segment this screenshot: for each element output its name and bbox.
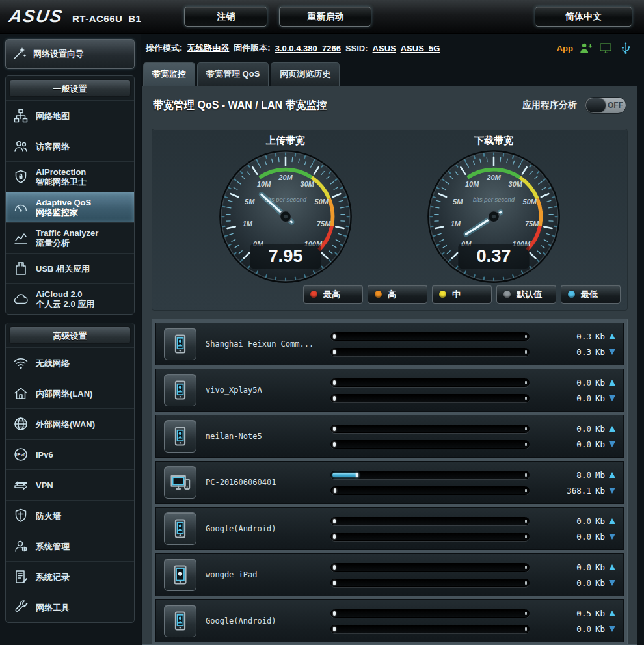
upload-value: 0.0Kb: [539, 424, 615, 434]
legend: 最高高中默认值最低: [159, 285, 621, 304]
sidebar-item-label: USB 相关应用: [36, 264, 90, 274]
gauge-upload: 上传带宽0M1M5M10M20M30M50M75M100Mbits per se…: [204, 132, 368, 283]
sidebar-item-firewall[interactable]: 防火墙: [6, 500, 134, 531]
app-analysis-toggle[interactable]: OFF: [585, 97, 626, 114]
sidebar-item-label: 访客网络: [36, 142, 70, 151]
legend-high-button[interactable]: 高: [368, 285, 427, 304]
upload-bar: [330, 471, 530, 479]
svg-text:20M: 20M: [278, 174, 293, 181]
sidebar-item-vpn[interactable]: VPN: [6, 469, 134, 500]
sidebar-item-lan[interactable]: 内部网络(LAN): [6, 378, 134, 408]
upload-value: 0.0Kb: [539, 516, 615, 526]
firmware-version-link[interactable]: 3.0.0.4.380_7266: [275, 44, 341, 53]
device-row: meilan-Note5 0.0Kb 0.0Kb: [155, 415, 624, 458]
router-model: RT-AC66U_B1: [72, 13, 141, 24]
svg-text:75M: 75M: [317, 220, 331, 228]
sidebar-item-traffic-analyzer[interactable]: Traffic Analyzer流量分析: [6, 222, 134, 253]
reboot-button[interactable]: 重新启动: [279, 7, 371, 27]
language-selector[interactable]: 简体中文: [535, 7, 632, 27]
bandwidth-bars: [330, 425, 530, 449]
aicloud-icon: [12, 291, 29, 308]
svg-text:50M: 50M: [314, 198, 329, 205]
device-row: Google(Android) 0.5Kb 0.0Kb: [155, 599, 624, 642]
sidebar-item-label: VPN: [36, 480, 53, 490]
tab-web-history[interactable]: 网页浏览历史: [271, 62, 340, 86]
upload-value: 0.3Kb: [539, 332, 615, 341]
gauge-area: 上传带宽0M1M5M10M20M30M50M75M100Mbits per se…: [152, 129, 628, 311]
upload-value: 0.5Kb: [539, 609, 615, 618]
sidebar-item-usb-apps[interactable]: USB 相关应用: [6, 253, 134, 283]
sidebar-item-aicloud[interactable]: AiCloud 2.0个人云 2.0 应用: [6, 283, 134, 314]
legend-default-label: 默认值: [517, 289, 542, 300]
download-bar: [330, 533, 530, 541]
sidebar-item-adaptive-qos[interactable]: Adaptive QoS网络监控家: [6, 192, 134, 222]
upload-bar: [330, 609, 530, 618]
app-analysis-label: 应用程序分析: [522, 99, 577, 111]
sidebar-item-syslog[interactable]: 系统记录: [6, 561, 134, 592]
sidebar-item-network-tools[interactable]: 网络工具: [6, 592, 134, 622]
legend-lowest-button[interactable]: 最低: [561, 285, 621, 304]
bandwidth-bars: [330, 609, 530, 633]
download-value: 0.0Kb: [539, 440, 615, 449]
download-value: 0.0Kb: [539, 393, 615, 403]
download-arrow-icon: [609, 534, 615, 540]
sidebar-item-admin[interactable]: 系统管理: [6, 531, 134, 561]
svg-text:bits per second: bits per second: [473, 196, 515, 203]
download-bar: [330, 348, 530, 356]
device-list: Shanghai Feixun Comm... 0.3Kb 0.3Kb vivo…: [152, 319, 628, 645]
pc-device-icon: [164, 466, 196, 499]
operation-mode-link[interactable]: 无线路由器: [187, 42, 229, 54]
guest-network-icon: [12, 138, 29, 155]
sidebar-item-ipv6[interactable]: IPv6IPv6: [6, 439, 134, 469]
device-row: PC-201606060401 8.0Mb 368.1Kb: [155, 461, 624, 504]
upload-arrow-icon: [609, 564, 615, 570]
gauge-dial-upload: 0M1M5M10M20M30M50M75M100Mbits per second…: [204, 147, 368, 283]
guest-network-status-icon[interactable]: [578, 40, 593, 56]
operation-mode-label: 操作模式:: [146, 42, 182, 54]
bandwidth-values: 0.3Kb 0.3Kb: [539, 332, 615, 357]
sidebar-item-setup-wizard[interactable]: 网络设置向导: [5, 39, 135, 69]
upload-arrow-icon: [609, 334, 615, 339]
upload-arrow-icon: [609, 611, 615, 616]
sidebar-item-label: AiCloud 2.0个人云 2.0 应用: [36, 289, 94, 309]
aiprotection-icon: [12, 168, 29, 185]
sidebar-section-header-advanced: 高级设置: [9, 326, 131, 344]
sidebar-item-guest-network[interactable]: 访客网络: [6, 131, 134, 161]
phone-device-icon: [164, 420, 196, 453]
upload-arrow-icon: [609, 380, 615, 386]
legend-medium-dot: [439, 291, 446, 298]
ssid-24g-link[interactable]: ASUS: [373, 44, 396, 53]
sidebar-item-wireless[interactable]: 无线网络: [6, 347, 134, 378]
vpn-icon: [12, 477, 29, 494]
app-link[interactable]: App: [557, 44, 573, 53]
download-arrow-icon: [609, 580, 615, 586]
logout-button[interactable]: 注销: [184, 7, 267, 27]
tab-bar: 带宽监控带宽管理 QoS网页浏览历史: [142, 62, 637, 86]
bandwidth-values: 0.0Kb 0.0Kb: [539, 378, 615, 403]
usb-device-status-icon[interactable]: [618, 40, 634, 56]
adaptive-qos-icon: [12, 199, 29, 216]
device-row: Shanghai Feixun Comm... 0.3Kb 0.3Kb: [155, 322, 624, 365]
legend-medium-button[interactable]: 中: [432, 285, 492, 304]
ssid-5g-link[interactable]: ASUS_5G: [401, 44, 440, 53]
legend-high-dot: [375, 291, 382, 298]
sidebar-item-wan[interactable]: 外部网络(WAN): [6, 408, 134, 439]
media-server-status-icon[interactable]: [598, 40, 613, 56]
sidebar-item-label: 无线网络: [36, 358, 70, 368]
gauge-download: 下载带宽0M1M5M10M20M30M50M75M100Mbits per se…: [412, 132, 576, 283]
sidebar-item-aiprotection[interactable]: AiProtection智能网络卫士: [6, 161, 134, 192]
legend-default-button[interactable]: 默认值: [496, 285, 556, 304]
sidebar-section-advanced: 高级设置无线网络内部网络(LAN)外部网络(WAN)IPv6IPv6VPN防火墙…: [5, 322, 135, 623]
legend-highest-button[interactable]: 最高: [303, 285, 363, 304]
tab-qos[interactable]: 带宽管理 QoS: [197, 62, 269, 86]
device-row: Google(Android) 0.0Kb 0.0Kb: [155, 507, 624, 550]
upload-arrow-icon: [609, 472, 615, 478]
legend-highest-label: 最高: [323, 289, 340, 300]
tab-bandwidth-monitor[interactable]: 带宽监控: [143, 62, 195, 86]
traffic-analyzer-icon: [12, 230, 29, 246]
sidebar-section-general: 一般设置网络地图访客网络AiProtection智能网络卫士Adaptive Q…: [5, 75, 135, 315]
panel-title-row: 带宽管理 QoS - WAN / LAN 带宽监控 应用程序分析 OFF: [152, 90, 628, 122]
sidebar-item-network-map[interactable]: 网络地图: [6, 100, 134, 131]
legend-lowest-label: 最低: [581, 289, 598, 300]
svg-text:75M: 75M: [525, 220, 539, 228]
